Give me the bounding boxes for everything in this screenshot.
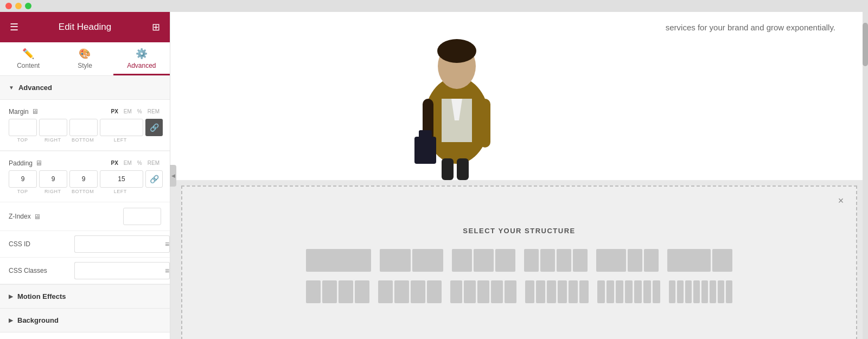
css-id-list-icon[interactable]: ≡ (165, 235, 170, 253)
style-icon: 🎨 (79, 48, 91, 60)
padding-link-button[interactable]: 🔗 (145, 170, 163, 188)
struct-block (718, 280, 724, 303)
padding-unit-px[interactable]: PX (110, 159, 120, 167)
margin-inputs: 🔗 (9, 119, 161, 136)
struct-block (450, 280, 462, 303)
struct-block (628, 249, 642, 272)
minimize-dot[interactable] (15, 3, 22, 9)
struct-block (452, 249, 472, 272)
margin-right-input[interactable] (39, 119, 67, 136)
struct-block (339, 280, 353, 303)
zindex-row: Z-Index 🖥 (0, 202, 170, 231)
svg-rect-6 (419, 130, 432, 138)
collapse-handle[interactable]: ◀ (170, 165, 176, 187)
padding-right-label: RIGHT (39, 189, 66, 194)
struct-block (607, 280, 614, 303)
structure-close-button[interactable]: × (833, 193, 848, 208)
struct-block (464, 280, 476, 303)
struct-block (394, 280, 409, 303)
tabs-row: ✏️ Content 🎨 Style ⚙️ Advanced (0, 42, 170, 76)
structure-option-2col-uneven[interactable] (666, 248, 733, 273)
struct-block (525, 280, 534, 303)
structure-option-3col[interactable] (451, 248, 516, 273)
structure-option-8col[interactable] (668, 279, 733, 304)
padding-label-row: Padding 🖥 PX EM % REM (9, 159, 161, 167)
padding-unit-em[interactable]: EM (122, 159, 133, 167)
structure-option-6col[interactable] (524, 279, 590, 304)
struct-block (726, 280, 732, 303)
margin-link-button[interactable]: 🔗 (145, 119, 163, 136)
margin-top-label: TOP (9, 137, 36, 143)
advanced-icon: ⚙️ (136, 48, 148, 60)
struct-block (427, 280, 442, 303)
background-section[interactable]: ▶ Background (0, 309, 170, 332)
margin-bottom-input[interactable] (69, 119, 98, 136)
structure-option-4col-alt[interactable] (377, 279, 443, 304)
margin-unit-em[interactable]: EM (122, 108, 133, 115)
struct-block (596, 249, 626, 272)
struct-block (322, 280, 337, 303)
margin-label-row: Margin 🖥 PX EM % REM (9, 107, 161, 116)
padding-unit-rem[interactable]: REM (146, 159, 161, 167)
struct-block (306, 280, 321, 303)
struct-block (669, 280, 675, 303)
padding-monitor-icon[interactable]: 🖥 (35, 159, 42, 167)
hamburger-icon[interactable]: ☰ (8, 21, 21, 33)
padding-unit-pct[interactable]: % (136, 159, 144, 167)
structure-option-5col[interactable] (449, 279, 518, 304)
motion-effects-title: Motion Effects (17, 292, 66, 300)
css-id-row: CSS ID ≡ (0, 231, 170, 258)
structure-option-7col[interactable] (596, 279, 661, 304)
margin-monitor-icon[interactable]: 🖥 (31, 107, 39, 116)
zindex-label: Z-Index 🖥 (9, 213, 41, 221)
css-classes-label: CSS Classes (9, 267, 52, 274)
css-id-input[interactable] (74, 235, 165, 253)
structure-option-2col[interactable] (379, 248, 444, 273)
struct-block (355, 280, 369, 303)
sidebar-body: ▼ Advanced Margin 🖥 PX EM % REM (0, 76, 170, 339)
close-dot[interactable] (5, 3, 12, 9)
css-classes-input[interactable] (74, 262, 165, 279)
grid-icon[interactable]: ⊞ (149, 21, 162, 33)
tab-advanced[interactable]: ⚙️ Advanced (113, 42, 170, 75)
main-area: services for your brand and grow exponen… (170, 12, 868, 339)
tab-style[interactable]: 🎨 Style (56, 42, 113, 75)
struct-block (573, 249, 588, 272)
zindex-monitor-icon[interactable]: 🖥 (34, 213, 41, 221)
css-classes-list-icon[interactable]: ≡ (165, 262, 170, 279)
structure-row-2 (305, 279, 733, 304)
zindex-input[interactable] (123, 208, 161, 225)
struct-block (540, 249, 555, 272)
structure-option-4col[interactable] (523, 248, 589, 273)
padding-top-input[interactable] (9, 170, 37, 188)
struct-block (685, 280, 692, 303)
padding-bottom-input[interactable] (69, 170, 98, 188)
margin-unit-px[interactable]: PX (110, 108, 120, 115)
struct-block (569, 280, 578, 303)
margin-top-input[interactable] (9, 119, 37, 136)
motion-effects-section[interactable]: ▶ Motion Effects (0, 284, 170, 309)
margin-left-input[interactable] (100, 119, 143, 136)
structure-option-4col-sm[interactable] (305, 279, 371, 304)
margin-right-label: RIGHT (39, 137, 66, 143)
margin-unit-pct[interactable]: % (136, 108, 144, 115)
struct-block (653, 280, 660, 303)
padding-left-input[interactable] (100, 170, 143, 188)
padding-sublabels: TOP RIGHT BOTTOM LEFT (9, 189, 161, 194)
margin-unit-rem[interactable]: REM (146, 108, 161, 115)
structure-option-1col[interactable] (305, 248, 372, 273)
structure-option-3col-uneven[interactable] (595, 248, 660, 273)
padding-right-input[interactable] (39, 170, 67, 188)
maximize-dot[interactable] (25, 3, 31, 9)
svg-rect-9 (442, 158, 454, 180)
padding-top-label: TOP (9, 189, 36, 194)
padding-label: Padding 🖥 (9, 159, 42, 167)
tab-content[interactable]: ✏️ Content (0, 42, 56, 75)
advanced-section-title: Advanced (18, 84, 52, 92)
struct-block (495, 249, 515, 272)
scrollbar-thumb[interactable] (863, 23, 868, 66)
struct-block (477, 280, 489, 303)
tab-content-label: Content (17, 62, 40, 69)
advanced-section-header[interactable]: ▼ Advanced (0, 76, 170, 100)
struct-block (710, 280, 716, 303)
